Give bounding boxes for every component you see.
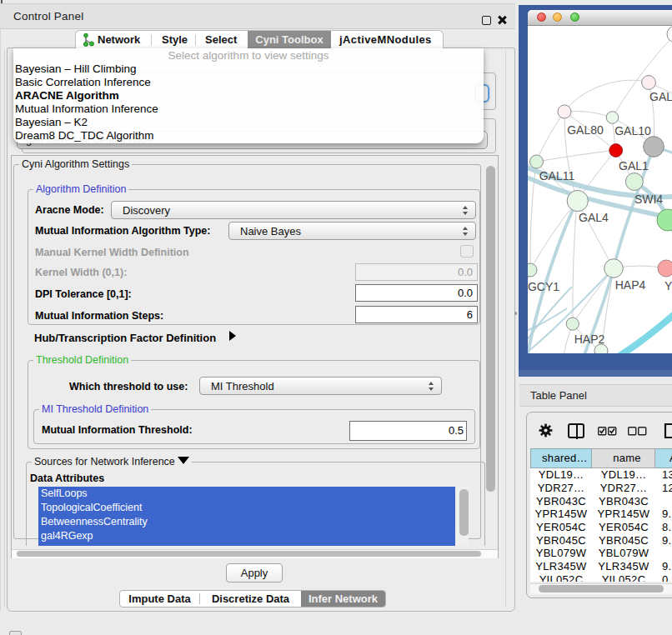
svg-text:GAL2: GAL2	[649, 90, 672, 103]
svg-text:GAL11: GAL11	[539, 169, 575, 182]
svg-text:GAL80: GAL80	[567, 123, 604, 137]
svg-text:SWI4: SWI4	[634, 192, 663, 206]
svg-text:HAP2: HAP2	[574, 332, 605, 346]
svg-text:HAP4: HAP4	[615, 278, 646, 292]
svg-text:GAL1: GAL1	[619, 159, 649, 172]
svg-text:GCY1: GCY1	[528, 280, 559, 293]
svg-text:GAL4: GAL4	[579, 211, 609, 224]
svg-text:YL: YL	[664, 279, 672, 292]
svg-text:GAL10: GAL10	[614, 124, 651, 138]
